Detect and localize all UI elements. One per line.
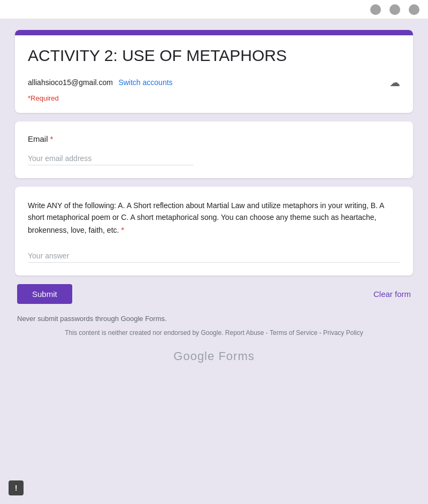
email-required-star: * bbox=[50, 134, 54, 143]
logo-google-text: Google bbox=[173, 349, 215, 363]
google-forms-logo: Google Forms bbox=[15, 349, 413, 363]
buttons-row: Submit Clear form bbox=[15, 284, 413, 304]
footer-legal-text: This content is neither created nor endo… bbox=[65, 329, 223, 337]
account-row: alliahsioco15@gmail.com Switch accounts … bbox=[28, 76, 400, 89]
header-card-body: ACTIVITY 2: USE OF METAPHORS alliahsioco… bbox=[15, 35, 413, 113]
question-required-star: * bbox=[121, 225, 124, 234]
footer-dash-2: - bbox=[319, 329, 323, 337]
cloud-icon: ☁ bbox=[389, 76, 400, 89]
required-note: *Required bbox=[28, 94, 400, 102]
question-section-card: Write ANY of the following: A. A Short r… bbox=[15, 187, 413, 276]
clear-form-button[interactable]: Clear form bbox=[373, 289, 411, 299]
account-email: alliahsioco15@gmail.com bbox=[28, 78, 113, 87]
email-label-text: Email bbox=[28, 134, 48, 143]
terms-of-service-link[interactable]: Terms of Service bbox=[270, 329, 317, 337]
menu-icon[interactable] bbox=[409, 4, 419, 15]
top-bar bbox=[0, 0, 428, 19]
switch-accounts-link[interactable]: Switch accounts bbox=[118, 78, 172, 87]
error-icon-text: ! bbox=[15, 484, 18, 492]
page-content: ACTIVITY 2: USE OF METAPHORS alliahsioco… bbox=[0, 19, 428, 385]
footer-warning: Never submit passwords through Google Fo… bbox=[15, 315, 413, 323]
account-info: alliahsioco15@gmail.com Switch accounts bbox=[28, 78, 173, 87]
email-input[interactable] bbox=[28, 152, 194, 165]
report-abuse-link[interactable]: Report Abuse bbox=[225, 329, 264, 337]
privacy-policy-link[interactable]: Privacy Policy bbox=[323, 329, 363, 337]
question-text: Write ANY of the following: A. A Short r… bbox=[28, 200, 400, 236]
email-label: Email * bbox=[28, 134, 400, 143]
question-text-content: Write ANY of the following: A. A Short r… bbox=[28, 201, 384, 234]
email-section-card: Email * bbox=[15, 121, 413, 178]
logo-forms-text: Forms bbox=[218, 349, 254, 363]
footer-legal: This content is neither created nor endo… bbox=[15, 329, 413, 337]
long-answer-input[interactable] bbox=[28, 249, 400, 263]
header-card: ACTIVITY 2: USE OF METAPHORS alliahsioco… bbox=[15, 30, 413, 113]
profile-icon[interactable] bbox=[370, 4, 381, 15]
form-title: ACTIVITY 2: USE OF METAPHORS bbox=[28, 46, 400, 65]
bookmark-icon[interactable] bbox=[389, 4, 400, 15]
header-accent-bar bbox=[15, 30, 413, 35]
error-icon[interactable]: ! bbox=[9, 480, 24, 495]
footer-dash-1: - bbox=[266, 329, 270, 337]
submit-button[interactable]: Submit bbox=[17, 284, 72, 304]
